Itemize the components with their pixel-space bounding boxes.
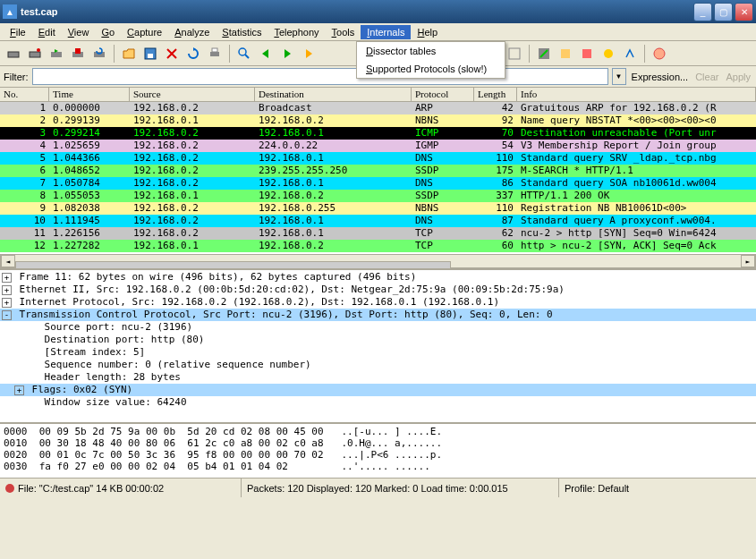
capture-filters-button[interactable] xyxy=(556,44,575,64)
options-button[interactable] xyxy=(25,44,45,64)
separator-icon xyxy=(229,45,230,63)
scroll-left-icon[interactable]: ◄ xyxy=(1,255,15,267)
start-capture-button[interactable] xyxy=(47,44,66,64)
packet-bytes-pane[interactable]: 0000 00 09 5b 2d 75 9a 00 0b 5d 20 cd 02… xyxy=(0,422,756,478)
packet-row[interactable]: 71.050784192.168.0.2192.168.0.1DNS86Stan… xyxy=(0,177,756,190)
detail-row[interactable]: Destination port: http (80) xyxy=(0,334,756,346)
detail-row[interactable]: + Ethernet II, Src: 192.168.0.2 (00:0b:5… xyxy=(0,284,756,296)
detail-row[interactable]: + Flags: 0x02 (SYN) xyxy=(0,384,756,396)
preferences-button[interactable] xyxy=(620,44,640,64)
svg-rect-11 xyxy=(210,52,219,56)
dropdown-item[interactable]: Dissector tables xyxy=(357,42,505,60)
go-forward-button[interactable] xyxy=(277,44,297,64)
reload-button[interactable] xyxy=(183,44,203,64)
svg-rect-6 xyxy=(75,48,81,54)
detail-row[interactable]: Window size value: 64240 xyxy=(0,396,756,409)
status-profile[interactable]: Profile: Default xyxy=(559,479,756,497)
restart-capture-button[interactable] xyxy=(89,44,109,64)
maximize-button[interactable]: ▢ xyxy=(714,3,733,21)
expert-info-icon[interactable] xyxy=(5,484,14,493)
packet-row[interactable]: 81.055053192.168.0.1192.168.0.2SSDP337HT… xyxy=(0,190,756,202)
dropdown-item[interactable]: Supported Protocols (slow!) xyxy=(357,60,505,78)
svg-point-2 xyxy=(37,48,40,52)
expand-icon[interactable]: + xyxy=(2,298,12,308)
horizontal-scrollbar[interactable]: ◄ ► xyxy=(0,254,756,268)
auto-scroll-button[interactable] xyxy=(505,44,524,64)
help-button[interactable] xyxy=(650,44,669,64)
save-button[interactable] xyxy=(140,44,160,64)
packet-row[interactable]: 20.299139192.168.0.1192.168.0.2NBNS92Nam… xyxy=(0,114,756,127)
col-header-source[interactable]: Source xyxy=(130,88,255,101)
print-button[interactable] xyxy=(205,44,225,64)
menu-tools[interactable]: Tools xyxy=(326,25,361,39)
svg-marker-17 xyxy=(306,49,312,58)
menu-view[interactable]: View xyxy=(62,25,96,39)
minimize-button[interactable]: _ xyxy=(693,3,712,21)
col-header-time[interactable]: Time xyxy=(49,88,130,101)
expand-icon[interactable]: + xyxy=(2,273,12,283)
menu-go[interactable]: Go xyxy=(95,25,121,39)
expand-icon[interactable]: - xyxy=(2,310,12,320)
expand-icon[interactable]: + xyxy=(2,285,12,295)
packet-row[interactable]: 30.299214192.168.0.2192.168.0.1ICMP70Des… xyxy=(0,127,756,140)
detail-row[interactable]: Source port: ncu-2 (3196) xyxy=(0,321,756,334)
interfaces-button[interactable] xyxy=(4,44,23,64)
packet-list-header[interactable]: No. Time Source Destination Protocol Len… xyxy=(0,88,756,102)
menu-telephony[interactable]: Telephony xyxy=(268,25,325,39)
scroll-right-icon[interactable]: ► xyxy=(741,255,755,267)
svg-rect-1 xyxy=(30,52,40,57)
col-header-no[interactable]: No. xyxy=(0,88,49,101)
col-header-length[interactable]: Length xyxy=(474,88,517,101)
close-button[interactable]: ✕ xyxy=(735,3,753,21)
col-header-destination[interactable]: Destination xyxy=(255,88,412,101)
app-icon: ▲ xyxy=(3,4,17,19)
menu-capture[interactable]: Capture xyxy=(121,25,168,39)
detail-row[interactable]: Header length: 28 bytes xyxy=(0,371,756,384)
clear-button[interactable]: Clear xyxy=(693,72,720,82)
menu-internals[interactable]: Internals xyxy=(361,25,411,39)
col-header-protocol[interactable]: Protocol xyxy=(412,88,474,101)
filter-input[interactable] xyxy=(32,68,608,85)
separator-icon xyxy=(644,45,645,63)
go-to-button[interactable] xyxy=(299,44,319,64)
menu-statistics[interactable]: Statistics xyxy=(216,25,268,39)
packet-row[interactable]: 61.048652192.168.0.2239.255.255.250SSDP1… xyxy=(0,165,756,177)
coloring-rules-button[interactable] xyxy=(599,44,618,64)
close-file-button[interactable] xyxy=(162,44,182,64)
stop-capture-button[interactable] xyxy=(68,44,88,64)
menu-help[interactable]: Help xyxy=(411,25,444,39)
detail-row[interactable]: Sequence number: 0 (relative sequence nu… xyxy=(0,359,756,371)
menubar: FileEditViewGoCaptureAnalyzeStatisticsTe… xyxy=(0,23,756,41)
packet-row[interactable]: 101.111945192.168.0.2192.168.0.1DNS87Sta… xyxy=(0,215,756,227)
open-button[interactable] xyxy=(119,44,139,64)
filter-dropdown-button[interactable]: ▼ xyxy=(612,68,626,85)
apply-button[interactable]: Apply xyxy=(724,72,752,82)
menu-file[interactable]: File xyxy=(4,25,32,39)
packet-row[interactable]: 51.044366192.168.0.2192.168.0.1DNS110Sta… xyxy=(0,152,756,165)
expression-button[interactable]: Expression... xyxy=(630,72,691,82)
packet-row[interactable]: 111.226156192.168.0.2192.168.0.1TCP62ncu… xyxy=(0,227,756,240)
colorize-button[interactable] xyxy=(534,44,554,64)
packet-row[interactable]: 10.000000192.168.0.2BroadcastARP42Gratui… xyxy=(0,102,756,114)
display-filters-button[interactable] xyxy=(577,44,597,64)
find-button[interactable] xyxy=(234,44,254,64)
detail-row[interactable]: [Stream index: 5] xyxy=(0,346,756,359)
svg-rect-0 xyxy=(8,52,19,57)
detail-row[interactable]: + Frame 11: 62 bytes on wire (496 bits),… xyxy=(0,271,756,284)
packet-row[interactable]: 121.227282192.168.0.1192.168.0.2TCP60htt… xyxy=(0,240,756,252)
col-header-info[interactable]: Info xyxy=(517,88,756,101)
packet-row[interactable]: 41.025659192.168.0.2224.0.0.22IGMP54V3 M… xyxy=(0,140,756,152)
menu-edit[interactable]: Edit xyxy=(32,25,62,39)
status-packets: Packets: 120 Displayed: 120 Marked: 0 Lo… xyxy=(242,479,559,497)
detail-row[interactable]: - Transmission Control Protocol, Src Por… xyxy=(0,309,756,321)
menu-analyze[interactable]: Analyze xyxy=(168,25,216,39)
packet-list-pane: No. Time Source Destination Protocol Len… xyxy=(0,88,756,268)
detail-row[interactable]: + Internet Protocol, Src: 192.168.0.2 (1… xyxy=(0,296,756,309)
svg-point-22 xyxy=(604,49,613,58)
go-back-button[interactable] xyxy=(256,44,276,64)
svg-point-13 xyxy=(239,48,246,55)
expand-icon[interactable]: + xyxy=(14,385,24,395)
packet-row[interactable]: 91.082038192.168.0.2192.168.0.255NBNS110… xyxy=(0,202,756,215)
svg-rect-12 xyxy=(212,48,217,52)
svg-marker-16 xyxy=(285,49,291,58)
